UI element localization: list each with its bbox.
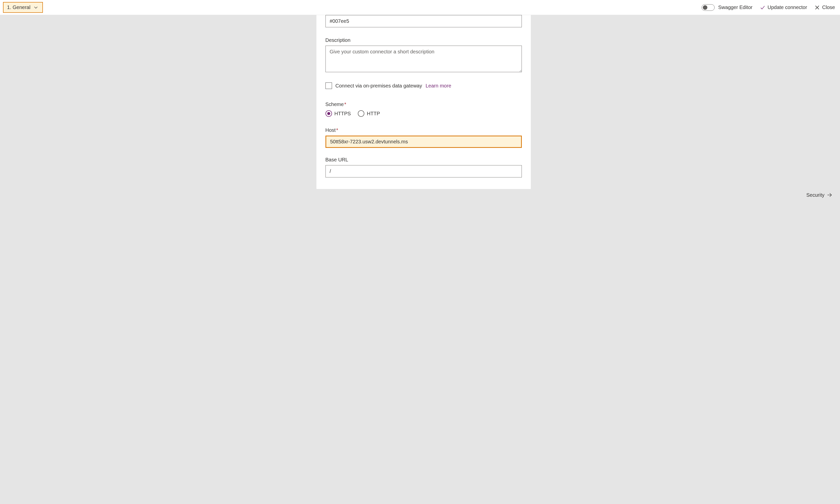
chevron-down-icon	[34, 5, 38, 10]
radio-button-icon	[326, 110, 332, 117]
description-label: Description	[326, 37, 522, 43]
icon-color-input[interactable]	[326, 15, 522, 27]
toggle-knob	[703, 5, 707, 10]
close-button[interactable]: Close	[815, 4, 835, 10]
next-security-button[interactable]: Security	[806, 192, 833, 198]
host-input[interactable]	[326, 136, 522, 148]
breadcrumb-step-dropdown[interactable]: 1. General	[3, 2, 43, 13]
baseurl-input[interactable]	[326, 165, 522, 177]
description-textarea[interactable]	[326, 46, 522, 72]
scheme-label: Scheme*	[326, 102, 522, 107]
radio-button-icon	[358, 110, 364, 117]
gateway-checkbox[interactable]	[326, 83, 332, 89]
checkmark-icon	[760, 5, 765, 10]
swagger-toggle[interactable]	[702, 4, 715, 11]
close-label: Close	[822, 4, 835, 10]
radio-https-label: HTTPS	[334, 111, 351, 116]
radio-http[interactable]: HTTP	[358, 110, 380, 117]
arrow-right-icon	[826, 192, 833, 198]
top-controls: Swagger Editor Update connector Close	[702, 4, 835, 11]
host-label: Host*	[326, 127, 522, 133]
gateway-label: Connect via on-premises data gateway	[335, 83, 422, 89]
baseurl-label: Base URL	[326, 157, 522, 163]
form-panel: Description Connect via on-premises data…	[316, 15, 531, 189]
breadcrumb-label: 1. General	[7, 4, 30, 10]
next-label: Security	[806, 192, 824, 198]
top-bar: 1. General Swagger Editor Update connect…	[0, 0, 840, 15]
radio-http-label: HTTP	[367, 111, 380, 116]
learn-more-link[interactable]: Learn more	[425, 83, 451, 89]
update-connector-button[interactable]: Update connector	[760, 4, 807, 10]
close-icon	[815, 5, 820, 10]
update-label: Update connector	[768, 4, 807, 10]
radio-https[interactable]: HTTPS	[326, 110, 351, 117]
swagger-label: Swagger Editor	[718, 4, 752, 10]
footer: Security	[0, 189, 840, 200]
content-area: Description Connect via on-premises data…	[0, 15, 840, 189]
swagger-toggle-group: Swagger Editor	[702, 4, 752, 11]
